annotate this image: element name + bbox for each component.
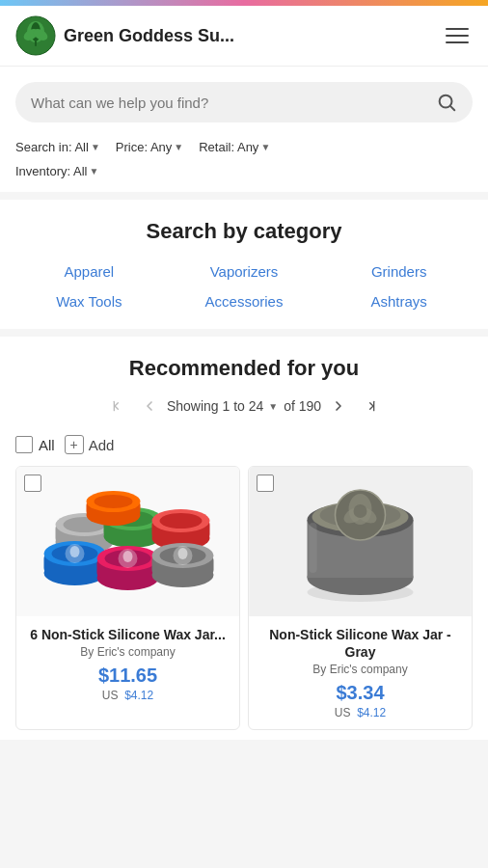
showing-label: Showing 1 to 24	[167, 398, 263, 414]
product-2-info: Non-Stick Silicone Wax Jar - Gray By Eri…	[249, 616, 472, 729]
category-vaporizers[interactable]: Vaporizers	[171, 263, 318, 280]
search-icon	[436, 92, 457, 113]
add-label: Add	[89, 437, 115, 453]
search-bar	[15, 82, 473, 122]
next-page-icon	[331, 398, 346, 414]
filter-inventory[interactable]: Inventory: All ▼	[15, 162, 98, 180]
search-input[interactable]	[31, 95, 428, 111]
product-1-svg	[16, 467, 239, 616]
product-1-seller: By Eric's company	[26, 645, 230, 659]
category-wax-tools[interactable]: Wax Tools	[15, 293, 163, 310]
product-card-2: Non-Stick Silicone Wax Jar - Gray By Eri…	[248, 466, 473, 730]
select-all-text: All	[39, 437, 55, 453]
recommended-section: Recommended for you Showing 1 to 24 ▼ of…	[0, 337, 488, 740]
header: Green Goddess Su...	[0, 6, 488, 67]
product-1-unit: US $4.12	[26, 689, 230, 702]
product-2-unit: US $4.12	[258, 706, 462, 719]
chevron-down-icon: ▼	[91, 142, 100, 152]
svg-point-46	[95, 495, 133, 508]
product-1-price: $11.65	[26, 665, 230, 687]
chevron-down-icon: ▼	[89, 166, 98, 176]
svg-point-30	[70, 546, 80, 557]
category-grid: Apparel Vaporizers Grinders Wax Tools Ac…	[15, 263, 473, 310]
svg-point-24	[160, 513, 203, 529]
hamburger-line-1	[446, 28, 469, 30]
menu-button[interactable]	[442, 24, 473, 47]
product-1-info: 6 Non-Stick Silicone Wax Jar... By Eric'…	[16, 616, 239, 712]
of-total-text: of 190	[284, 398, 321, 414]
category-section: Search by category Apparel Vaporizers Gr…	[0, 200, 488, 329]
prev-page-icon	[142, 398, 157, 414]
app-title: Green Goddess Su...	[64, 26, 234, 46]
next-page-button[interactable]	[325, 394, 352, 418]
first-page-button[interactable]	[105, 394, 132, 418]
category-apparel[interactable]: Apparel	[15, 263, 163, 280]
search-button[interactable]	[436, 92, 457, 113]
select-all-label[interactable]: All	[15, 436, 55, 453]
product-2-checkbox-wrap[interactable]	[257, 475, 274, 496]
svg-rect-59	[310, 523, 317, 573]
svg-rect-5	[35, 39, 37, 46]
category-accessories[interactable]: Accessories	[171, 293, 318, 310]
select-all-checkbox[interactable]	[15, 436, 33, 453]
chevron-down-icon: ▼	[260, 142, 270, 152]
pagination: Showing 1 to 24 ▼ of 190	[15, 394, 473, 418]
hamburger-line-3	[446, 41, 469, 43]
category-ashtrays[interactable]: Ashtrays	[325, 293, 473, 310]
svg-point-36	[123, 551, 133, 562]
chevron-down-icon: ▼	[268, 401, 278, 412]
per-page-dropdown[interactable]: ▼	[266, 401, 280, 412]
product-1-name: 6 Non-Stick Silicone Wax Jar...	[26, 626, 230, 643]
product-2-price: $3.34	[258, 682, 462, 704]
product-1-image	[16, 467, 239, 616]
last-page-icon	[362, 398, 377, 414]
product-2-seller: By Eric's company	[258, 663, 462, 676]
logo-icon	[15, 15, 56, 56]
search-section	[0, 67, 488, 130]
recommended-title: Recommended for you	[15, 356, 473, 381]
product-2-checkbox[interactable]	[257, 475, 274, 492]
filter-search-in[interactable]: Search in: All ▼	[15, 138, 100, 156]
product-1-checkbox[interactable]	[24, 475, 41, 492]
showing-text: Showing 1 to 24 ▼	[167, 398, 280, 414]
plus-icon: +	[65, 435, 84, 454]
logo-container: Green Goddess Su...	[15, 15, 442, 56]
first-page-icon	[111, 398, 126, 414]
hamburger-line-2	[446, 35, 469, 37]
chevron-down-icon: ▼	[174, 142, 183, 152]
product-1-checkbox-wrap[interactable]	[24, 475, 41, 496]
last-page-button[interactable]	[356, 394, 383, 418]
product-2-image	[249, 467, 472, 616]
svg-point-42	[178, 548, 188, 559]
add-button[interactable]: + Add	[65, 435, 115, 454]
svg-line-7	[450, 106, 454, 110]
product-grid: 6 Non-Stick Silicone Wax Jar... By Eric'…	[15, 466, 473, 730]
filter-price[interactable]: Price: Any ▼	[116, 138, 183, 156]
product-2-name: Non-Stick Silicone Wax Jar - Gray	[258, 626, 462, 661]
category-title: Search by category	[15, 219, 473, 244]
svg-point-58	[354, 504, 367, 518]
category-grinders[interactable]: Grinders	[325, 263, 473, 280]
select-all-row: All + Add	[15, 429, 473, 466]
filters-row: Search in: All ▼ Price: Any ▼ Retail: An…	[0, 130, 488, 192]
prev-page-button[interactable]	[136, 394, 163, 418]
product-card-1: 6 Non-Stick Silicone Wax Jar... By Eric'…	[15, 466, 240, 730]
filter-retail[interactable]: Retail: Any ▼	[199, 138, 270, 156]
product-2-svg	[249, 467, 472, 616]
